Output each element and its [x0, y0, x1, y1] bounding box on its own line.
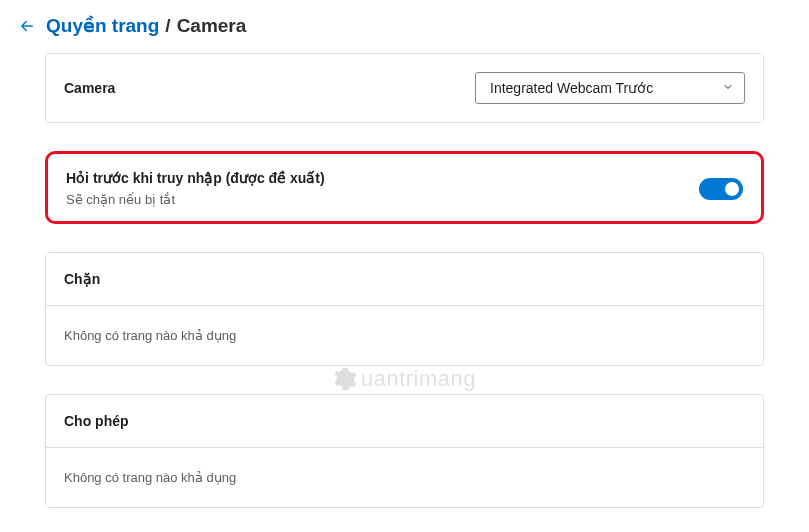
- arrow-left-icon: [18, 17, 36, 35]
- page-header: Quyền trang / Camera: [0, 0, 809, 53]
- ask-before-row: Hỏi trước khi truy nhập (được đề xuất) S…: [50, 156, 759, 219]
- allow-section: Cho phép Không có trang nào khả dụng: [45, 394, 764, 508]
- toggle-knob: [725, 182, 739, 196]
- camera-label: Camera: [64, 80, 115, 96]
- breadcrumb-parent-link[interactable]: Quyền trang: [46, 14, 159, 37]
- breadcrumb-current: Camera: [177, 15, 247, 37]
- back-button[interactable]: [18, 17, 36, 35]
- allow-section-empty: Không có trang nào khả dụng: [46, 448, 763, 507]
- camera-select-row: Camera Integrated Webcam Trước: [46, 54, 763, 122]
- ask-before-toggle[interactable]: [699, 178, 743, 200]
- camera-dropdown-value: Integrated Webcam Trước: [490, 80, 653, 96]
- ask-before-card-highlighted: Hỏi trước khi truy nhập (được đề xuất) S…: [45, 151, 764, 224]
- block-section-header: Chặn: [46, 253, 763, 306]
- settings-content: Camera Integrated Webcam Trước Hỏi trước…: [0, 53, 809, 508]
- camera-select-card: Camera Integrated Webcam Trước: [45, 53, 764, 123]
- chevron-down-icon: [722, 80, 734, 96]
- breadcrumb: Quyền trang / Camera: [46, 14, 246, 37]
- breadcrumb-separator: /: [165, 15, 170, 37]
- ask-before-title: Hỏi trước khi truy nhập (được đề xuất): [66, 170, 325, 186]
- allow-section-header: Cho phép: [46, 395, 763, 448]
- block-section-empty: Không có trang nào khả dụng: [46, 306, 763, 365]
- camera-dropdown[interactable]: Integrated Webcam Trước: [475, 72, 745, 104]
- ask-before-subtitle: Sẽ chặn nếu bị tắt: [66, 192, 325, 207]
- ask-before-text: Hỏi trước khi truy nhập (được đề xuất) S…: [66, 170, 325, 207]
- block-section: Chặn Không có trang nào khả dụng: [45, 252, 764, 366]
